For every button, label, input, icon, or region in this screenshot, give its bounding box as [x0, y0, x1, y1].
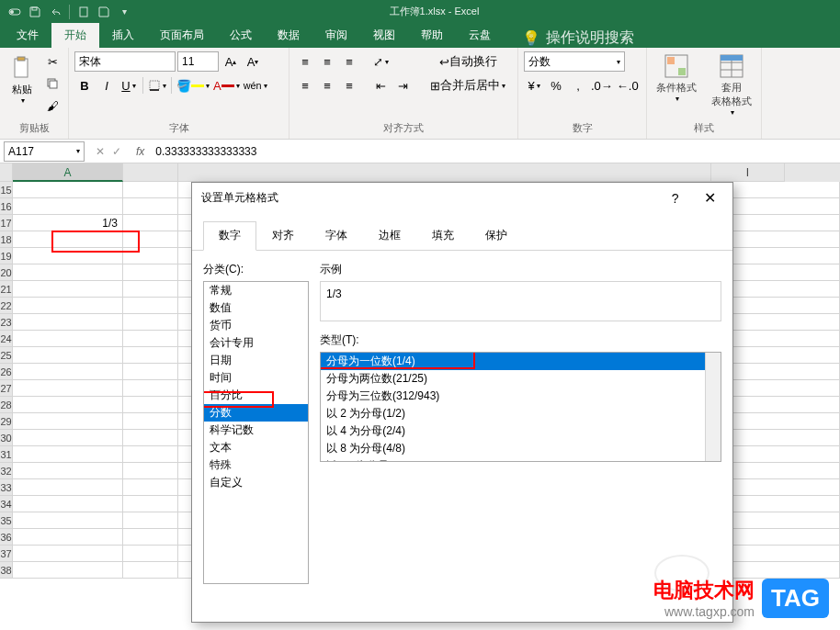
cell[interactable] — [13, 231, 123, 248]
row-header[interactable]: 26 — [0, 364, 13, 380]
tab-file[interactable]: 文件 — [4, 23, 51, 48]
italic-button[interactable]: I — [96, 75, 117, 96]
row-header[interactable]: 29 — [0, 413, 13, 430]
font-color-button[interactable]: A▾ — [212, 75, 241, 96]
decrease-font-button[interactable]: A▾ — [243, 51, 263, 72]
fx-icon[interactable]: fx — [129, 145, 152, 158]
type-item[interactable]: 分母为两位数(21/25) — [321, 370, 721, 388]
increase-indent-button[interactable]: ⇥ — [392, 75, 413, 96]
tab-formulas[interactable]: 公式 — [217, 23, 265, 48]
col-header-i[interactable]: I — [711, 163, 785, 182]
number-format-combo[interactable]: 分数▾ — [524, 51, 625, 72]
tab-insert[interactable]: 插入 — [99, 23, 147, 48]
tab-home[interactable]: 开始 — [51, 23, 99, 48]
cell[interactable] — [13, 562, 123, 579]
format-painter-button[interactable]: 🖌 — [42, 96, 62, 116]
cell[interactable] — [123, 314, 178, 331]
font-name-combo[interactable] — [74, 51, 176, 72]
cell[interactable] — [13, 380, 123, 397]
cell[interactable] — [13, 529, 123, 546]
row-header[interactable]: 37 — [0, 546, 13, 562]
cell[interactable] — [123, 182, 178, 198]
category-list[interactable]: 常规数值货币会计专用日期时间百分比分数科学记数文本特殊自定义 — [203, 281, 309, 584]
cell[interactable] — [123, 397, 178, 413]
cell[interactable] — [13, 397, 123, 413]
cell[interactable] — [123, 446, 178, 463]
cell[interactable] — [13, 182, 123, 198]
table-format-button[interactable]: 套用 表格格式 ▾ — [708, 51, 755, 118]
type-item[interactable]: 分母为一位数(1/4) — [321, 353, 721, 370]
align-right-button[interactable]: ≡ — [339, 75, 359, 96]
row-header[interactable]: 25 — [0, 347, 13, 364]
cell[interactable] — [123, 413, 178, 430]
row-header[interactable]: 22 — [0, 298, 13, 314]
cell[interactable] — [13, 512, 123, 529]
tab-review[interactable]: 审阅 — [312, 23, 360, 48]
row-header[interactable]: 16 — [0, 198, 13, 215]
cell[interactable] — [13, 198, 123, 215]
name-box[interactable]: A117▾ — [4, 141, 85, 162]
category-item[interactable]: 常规 — [204, 282, 308, 299]
cell[interactable] — [13, 496, 123, 512]
row-header[interactable]: 38 — [0, 562, 13, 579]
category-item[interactable]: 会计专用 — [204, 334, 308, 352]
border-button[interactable]: ▾ — [147, 75, 167, 96]
category-item[interactable]: 特殊 — [204, 456, 308, 474]
category-item[interactable]: 科学记数 — [204, 422, 308, 439]
cell[interactable] — [13, 479, 123, 496]
type-item[interactable]: 以 8 为分母(4/8) — [321, 440, 721, 457]
orientation-button[interactable]: ⤢▾ — [370, 51, 391, 72]
save-icon[interactable] — [26, 3, 44, 21]
dtab-font[interactable]: 字体 — [310, 221, 363, 250]
cell[interactable] — [123, 512, 178, 529]
undo-icon[interactable] — [46, 3, 64, 21]
dtab-protect[interactable]: 保护 — [470, 221, 523, 250]
row-header[interactable]: 20 — [0, 264, 13, 281]
row-header[interactable]: 18 — [0, 231, 13, 248]
cell[interactable] — [13, 314, 123, 331]
cell[interactable] — [123, 215, 178, 231]
dialog-close-button[interactable]: ✕ — [697, 186, 723, 209]
row-header[interactable]: 17 — [0, 215, 13, 231]
category-item[interactable]: 时间 — [204, 369, 308, 387]
row-header[interactable]: 21 — [0, 281, 13, 298]
qat-customize[interactable]: ▾ — [115, 3, 133, 21]
accept-formula-button[interactable]: ✓ — [112, 145, 121, 158]
wrap-text-button[interactable]: ↩ 自动换行 — [424, 51, 512, 72]
increase-decimal-button[interactable]: .0→ — [590, 75, 614, 96]
tab-view[interactable]: 视图 — [360, 23, 408, 48]
cancel-formula-button[interactable]: ✕ — [96, 145, 105, 158]
cell-a17[interactable]: 1/3 — [13, 215, 123, 231]
percent-button[interactable]: % — [546, 75, 566, 96]
dtab-border[interactable]: 边框 — [363, 221, 416, 250]
row-header[interactable]: 36 — [0, 529, 13, 546]
row-header[interactable]: 27 — [0, 380, 13, 397]
select-all-button[interactable] — [0, 163, 13, 182]
cell[interactable] — [123, 463, 178, 479]
paste-button[interactable]: 粘贴 ▾ — [6, 51, 39, 107]
cell[interactable] — [13, 347, 123, 364]
cell[interactable] — [13, 264, 123, 281]
currency-button[interactable]: ¥▾ — [524, 75, 544, 96]
cell[interactable] — [123, 347, 178, 364]
row-header[interactable]: 33 — [0, 479, 13, 496]
phonetic-button[interactable]: wén▾ — [243, 75, 268, 96]
cell[interactable] — [123, 380, 178, 397]
dtab-fill[interactable]: 填充 — [416, 221, 470, 250]
align-middle-button[interactable]: ≡ — [317, 51, 337, 72]
cell[interactable] — [123, 364, 178, 380]
comma-button[interactable]: , — [568, 75, 588, 96]
cell[interactable] — [123, 331, 178, 347]
category-item[interactable]: 百分比 — [204, 387, 308, 404]
tab-cloud[interactable]: 云盘 — [456, 23, 504, 48]
type-item[interactable]: 以 2 为分母(1/2) — [321, 405, 721, 422]
increase-font-button[interactable]: A▴ — [221, 51, 241, 72]
type-scrollbar[interactable] — [705, 353, 721, 461]
col-header-a[interactable]: A — [13, 163, 123, 182]
merge-center-button[interactable]: ⊞ 合并后居中▾ — [424, 75, 512, 96]
align-bottom-button[interactable]: ≡ — [339, 51, 359, 72]
cell[interactable] — [123, 198, 178, 215]
cut-button[interactable]: ✂ — [42, 51, 62, 72]
align-left-button[interactable]: ≡ — [295, 75, 315, 96]
cell[interactable] — [13, 446, 123, 463]
